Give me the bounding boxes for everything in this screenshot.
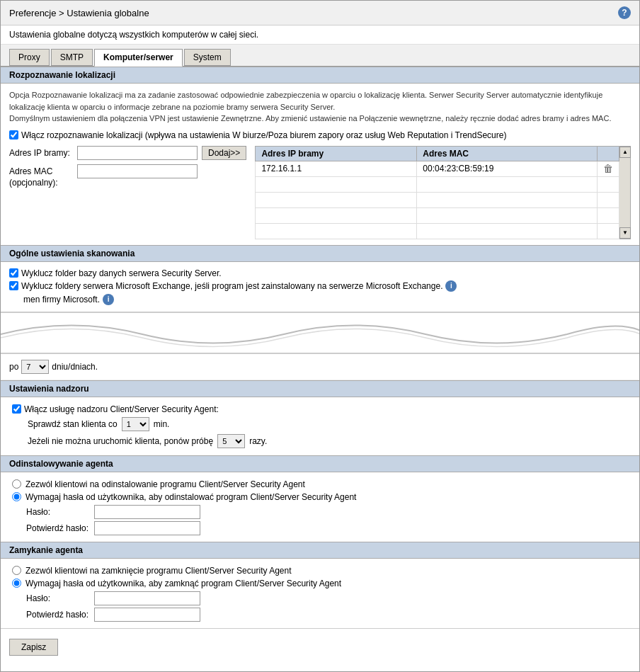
- page-title: Preferencje > Ustawienia globalne: [9, 8, 149, 18]
- tab-smtp[interactable]: SMTP: [51, 49, 93, 66]
- delete-button[interactable]: 🗑: [603, 163, 613, 174]
- scroll-up-arrow[interactable]: ▲: [619, 147, 631, 158]
- close-radio-row-1: Zezwól klientowi na zamknięcie programu …: [12, 566, 628, 576]
- col-ip-header: Adres IP bramy: [256, 146, 417, 161]
- section-scan-header: Ogólne ustawienia skanowania: [1, 245, 639, 262]
- mac-input[interactable]: [77, 164, 198, 178]
- ip-label: Adres IP bramy:: [9, 148, 73, 158]
- section-close-header: Zamykanie agenta: [1, 542, 639, 559]
- uninstall-radio-1[interactable]: [12, 479, 21, 489]
- uninstall-radio-2[interactable]: [12, 492, 21, 501]
- days-prefix: po: [9, 362, 18, 372]
- tab-system[interactable]: System: [184, 49, 231, 66]
- close-confirm-row: Potwierdź hasło:: [26, 608, 628, 622]
- enable-location-checkbox[interactable]: [9, 130, 18, 139]
- supervision-checkbox[interactable]: [12, 404, 21, 414]
- table-row: [256, 223, 619, 239]
- close-pw-input[interactable]: [94, 591, 200, 605]
- close-confirm-input[interactable]: [94, 608, 200, 622]
- close-radio-2[interactable]: [12, 579, 21, 588]
- table-row: [256, 176, 619, 192]
- uninstall-confirm-row: Potwierdź hasło:: [26, 521, 628, 535]
- close-label-2: Wymagaj hasła od użytkownika, aby zamkną…: [25, 579, 341, 588]
- section-location-body: Opcja Rozpoznawanie lokalizacji ma za za…: [1, 84, 639, 245]
- scan-row-3-label: men firmy Microsoft.: [23, 295, 100, 304]
- ip-input[interactable]: [77, 146, 198, 160]
- section-supervision-header: Ustawienia nadzoru: [1, 380, 639, 397]
- exclude-db-checkbox[interactable]: [9, 268, 18, 278]
- row-ip: [256, 176, 417, 192]
- close-password-row: Hasło:: [26, 591, 628, 605]
- close-radio-1[interactable]: [12, 566, 21, 575]
- page-header: Preferencje > Ustawienia globalne ?: [1, 1, 639, 25]
- uninstall-radio-row-2: Wymagaj hasła od użytkownika, aby odinst…: [12, 492, 628, 502]
- tab-proxy[interactable]: Proxy: [9, 49, 50, 66]
- section-uninstall-body: Zezwól klientowi na odinstalowanie progr…: [1, 472, 639, 542]
- add-button[interactable]: Dodaj>>: [202, 146, 246, 160]
- exclude-db-label: Wyklucz folder bazy danych serwera Secur…: [21, 268, 222, 278]
- retry-prefix: Jeżeli nie można uruchomić klienta, ponó…: [28, 436, 213, 446]
- section-scan-body: Wyklucz folder bazy danych serwera Secur…: [1, 262, 639, 312]
- scan-row-2: Wyklucz foldery serwera Microsoft Exchan…: [9, 280, 631, 292]
- col-action-header: [598, 146, 619, 161]
- uninstall-password-row: Hasło:: [26, 505, 628, 519]
- location-description: Opcja Rozpoznawanie lokalizacji ma za za…: [9, 89, 631, 125]
- table-row: [256, 192, 619, 207]
- row-mac: [417, 176, 598, 192]
- uninstall-confirm-label: Potwierdź hasło:: [26, 523, 90, 533]
- close-confirm-label: Potwierdź hasło:: [26, 610, 90, 620]
- location-right: Adres IP bramy Adres MAC 172.16.1.1 00:0…: [255, 146, 631, 239]
- row-ip: [256, 207, 417, 223]
- days-suffix: dniu/dniach.: [52, 362, 98, 372]
- table-row: 172.16.1.1 00:04:23:CB:59:19 🗑: [256, 161, 619, 176]
- scan-row-3: men firmy Microsoft. i: [9, 294, 631, 305]
- section-close-body: Zezwól klientowi na zamknięcie programu …: [1, 559, 639, 628]
- section-supervision-body: Włącz usługę nadzoru Client/Server Secur…: [1, 397, 639, 455]
- uninstall-label-2: Wymagaj hasła od użytkownika, aby odinst…: [25, 492, 356, 502]
- uninstall-password-form: Hasło: Potwierdź hasło:: [26, 505, 628, 535]
- tabs-row: Proxy SMTP Komputer/serwer System: [1, 45, 639, 67]
- check-prefix: Sprawdź stan klienta co: [28, 419, 118, 429]
- ip-form-row: Adres IP bramy: Dodaj>>: [9, 146, 246, 160]
- uninstall-label-1: Zezwól klientowi na odinstalowanie progr…: [25, 479, 305, 489]
- wave-separator: [1, 312, 639, 354]
- mac-form-row: Adres MAC(opcjonalny):: [9, 164, 246, 190]
- row-mac: [417, 192, 598, 207]
- scan-row-1: Wyklucz folder bazy danych serwera Secur…: [9, 268, 631, 278]
- save-area: Zapisz: [1, 628, 639, 666]
- row-delete: [598, 176, 619, 192]
- ip-table-container: Adres IP bramy Adres MAC 172.16.1.1 00:0…: [255, 146, 631, 239]
- col-mac-header: Adres MAC: [417, 146, 598, 161]
- uninstall-confirm-input[interactable]: [94, 521, 200, 535]
- exclude-exchange-checkbox[interactable]: [9, 281, 18, 290]
- enable-location-label: Włącz rozpoznawanie lokalizacji (wpływa …: [21, 130, 506, 140]
- section-uninstall-header: Odinstalowywanie agenta: [1, 455, 639, 472]
- uninstall-pw-input[interactable]: [94, 505, 200, 519]
- days-select[interactable]: 7 1 2 3 4 5 6 14 30: [21, 360, 49, 374]
- tab-computer-server[interactable]: Komputer/serwer: [94, 49, 183, 67]
- section-location-header: Rozpoznawanie lokalizacji: [1, 67, 639, 84]
- row-delete: [598, 223, 619, 239]
- content-area: Rozpoznawanie lokalizacji Opcja Rozpozna…: [1, 67, 639, 666]
- check-suffix: min.: [154, 419, 170, 429]
- enable-location-row: Włącz rozpoznawanie lokalizacji (wpływa …: [9, 130, 631, 140]
- ip-table: Adres IP bramy Adres MAC 172.16.1.1 00:0…: [255, 146, 619, 239]
- retry-select[interactable]: 5 1 2 3 4 10: [217, 434, 245, 448]
- info-icon-exchange[interactable]: i: [445, 280, 457, 292]
- row-mac: [417, 223, 598, 239]
- scroll-down-arrow[interactable]: ▼: [619, 227, 631, 239]
- supervision-checkbox-row: Włącz usługę nadzoru Client/Server Secur…: [12, 404, 628, 414]
- exclude-exchange-label: Wyklucz foldery serwera Microsoft Exchan…: [21, 281, 442, 291]
- help-icon[interactable]: ?: [618, 6, 631, 19]
- days-row: po 7 1 2 3 4 5 6 14 30 dniu/dniach.: [1, 354, 639, 380]
- info-icon-ms[interactable]: i: [103, 294, 114, 305]
- row-ip: 172.16.1.1: [256, 161, 417, 176]
- uninstall-radio-row-1: Zezwól klientowi na odinstalowanie progr…: [12, 479, 628, 489]
- check-interval-select[interactable]: 1 2 5 10 15 30: [122, 417, 149, 431]
- row-delete: [598, 192, 619, 207]
- table-row: [256, 207, 619, 223]
- page-container: Preferencje > Ustawienia globalne ? Usta…: [0, 0, 640, 672]
- table-scrollbar[interactable]: ▲ ▼: [619, 146, 631, 239]
- row-delete: 🗑: [598, 161, 619, 176]
- save-button[interactable]: Zapisz: [9, 639, 58, 656]
